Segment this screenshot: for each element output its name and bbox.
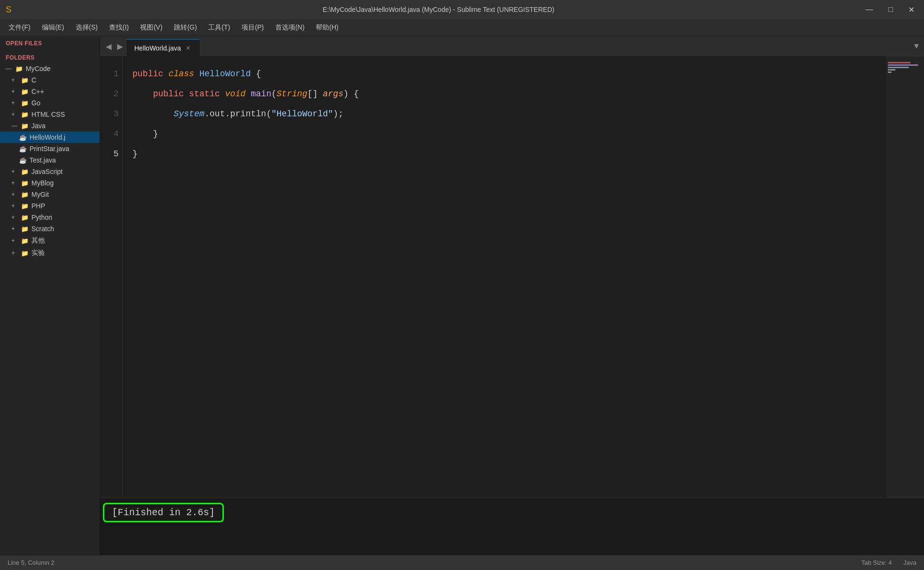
folder-icon: 📁 (21, 77, 29, 84)
expand-icon: + (11, 77, 18, 83)
collapse-icon: — (6, 65, 12, 72)
menu-item-选择S[interactable]: 选择(S) (71, 21, 103, 34)
expand-icon: + (11, 88, 18, 95)
folder-label: Scratch (31, 225, 54, 233)
folder-label: MyGit (31, 191, 49, 198)
folder-label: C++ (31, 88, 44, 95)
maximize-button[interactable]: □ (884, 3, 897, 16)
tab-nav-forward[interactable]: ▶ (115, 41, 125, 52)
expand-icon: + (11, 214, 18, 221)
sidebar-item-experiment[interactable]: + 📁 实验 (0, 247, 100, 259)
status-left: Line 5, Column 2 (8, 559, 54, 566)
tabs-container: HelloWorld.java ✕ (127, 39, 200, 56)
menu-item-文件F[interactable]: 文件(F) (4, 21, 35, 34)
expand-icon: + (11, 250, 18, 256)
menu-item-编辑E[interactable]: 编辑(E) (37, 21, 69, 34)
menu-item-查找I[interactable]: 查找(I) (104, 21, 133, 34)
folder-icon: 📁 (21, 168, 29, 175)
sidebar-item-python[interactable]: + 📁 Python (0, 212, 100, 223)
code-line-3: System.out.println("HelloWorld"); (132, 104, 876, 124)
expand-icon: + (11, 203, 18, 209)
open-files-header: OPEN FILES (0, 36, 100, 49)
minimize-button[interactable]: — (862, 3, 877, 16)
sidebar-item-cpp[interactable]: + 📁 C++ (0, 86, 100, 97)
line-number-4: 4 (104, 124, 119, 144)
folder-icon: 📁 (21, 214, 29, 221)
sidebar-item-javascript[interactable]: + 📁 JavaScript (0, 166, 100, 177)
menu-item-跳转G[interactable]: 跳转(G) (169, 21, 201, 34)
code-line-5: } (132, 144, 876, 164)
tab-close-button[interactable]: ✕ (185, 45, 191, 51)
folder-label: 其他 (31, 236, 45, 245)
minimap (886, 56, 924, 498)
code-editor[interactable]: 1 2 3 4 5 public class HelloWorld { publ… (100, 56, 924, 498)
tab-navigation: ◀ ▶ (104, 41, 125, 52)
menu-item-首选项N[interactable]: 首选项(N) (271, 21, 309, 34)
expand-icon: + (11, 237, 18, 244)
folder-icon: 📁 (21, 100, 29, 107)
expand-icon: + (11, 100, 18, 106)
sidebar-item-mygit[interactable]: + 📁 MyGit (0, 189, 100, 200)
folder-icon: 📁 (21, 250, 29, 257)
line-number-2: 2 (104, 84, 119, 104)
window-controls: — □ ✕ (862, 3, 918, 16)
folder-icon: 📁 (21, 111, 29, 118)
file-label: PrintStar.java (30, 145, 69, 153)
sidebar-item-java[interactable]: — 📁 Java (0, 120, 100, 132)
folder-icon: 📁 (21, 180, 29, 187)
collapse-icon: — (11, 122, 18, 129)
sidebar-item-go[interactable]: + 📁 Go (0, 97, 100, 109)
tab-label: HelloWorld.java (134, 44, 181, 52)
menu-item-帮助H[interactable]: 帮助(H) (311, 21, 343, 34)
sidebar-item-myblog[interactable]: + 📁 MyBlog (0, 177, 100, 189)
sidebar-item-helloworld[interactable]: ☕ HelloWorld.j (0, 132, 100, 143)
tab-dropdown-button[interactable]: ▼ (913, 42, 920, 51)
folder-label: MyCode (26, 65, 50, 72)
expand-icon: + (11, 180, 18, 186)
sidebar-item-htmlcss[interactable]: + 📁 HTML CSS (0, 109, 100, 120)
menu-bar: 文件(F)编辑(E)选择(S)查找(I)视图(V)跳转(G)工具(T)项目(P)… (0, 19, 924, 36)
file-label: Test.java (30, 156, 56, 164)
sidebar-item-c[interactable]: + 📁 C (0, 74, 100, 86)
folder-icon: 📁 (21, 88, 29, 95)
menu-item-工具T[interactable]: 工具(T) (203, 21, 235, 34)
tab-helloworld[interactable]: HelloWorld.java ✕ (127, 39, 200, 56)
output-text: [Finished in 2.6s] (112, 507, 215, 518)
code-content[interactable]: public class HelloWorld { public static … (123, 56, 886, 498)
editor-area: ◀ ▶ HelloWorld.java ✕ ▼ 1 2 3 4 5 (100, 36, 924, 555)
code-line-1: public class HelloWorld { (132, 64, 876, 84)
output-panel: [Finished in 2.6s] (100, 498, 924, 555)
sidebar-item-scratch[interactable]: + 📁 Scratch (0, 223, 100, 234)
folder-icon: 📁 (21, 225, 29, 233)
title-bar: S E:\MyCode\Java\HelloWorld.java (MyCode… (0, 0, 924, 19)
window-title: E:\MyCode\Java\HelloWorld.java (MyCode) … (322, 6, 554, 13)
code-line-2: public static void main(String[] args) { (132, 84, 876, 104)
sidebar-item-mycode[interactable]: — 📁 MyCode (0, 63, 100, 74)
sidebar-item-printstar[interactable]: ☕ PrintStar.java (0, 143, 100, 154)
folder-icon: 📁 (21, 237, 29, 244)
line-number-1: 1 (104, 64, 119, 84)
folder-label: Python (31, 214, 52, 221)
menu-item-项目P[interactable]: 项目(P) (237, 21, 269, 34)
folder-label: PHP (31, 202, 45, 210)
tab-bar: ◀ ▶ HelloWorld.java ✕ ▼ (100, 36, 924, 56)
folders-header: FOLDERS (0, 51, 100, 63)
folder-icon: 📁 (15, 65, 23, 72)
app-icon: S (6, 5, 11, 15)
sidebar-item-php[interactable]: + 📁 PHP (0, 200, 100, 212)
sidebar-item-other[interactable]: + 📁 其他 (0, 234, 100, 247)
sidebar-item-test[interactable]: ☕ Test.java (0, 154, 100, 166)
expand-icon: + (11, 225, 18, 232)
expand-icon: + (11, 168, 18, 175)
menu-item-视图V[interactable]: 视图(V) (135, 21, 167, 34)
close-button[interactable]: ✕ (904, 3, 918, 16)
status-bar: Line 5, Column 2 Tab Size: 4 Java (0, 555, 924, 570)
folder-label: 实验 (31, 249, 45, 257)
folder-label: MyBlog (31, 179, 54, 187)
tab-nav-back[interactable]: ◀ (104, 41, 113, 52)
output-highlight-box: [Finished in 2.6s] (103, 503, 224, 522)
file-label: HelloWorld.j (30, 133, 65, 141)
cursor-position: Line 5, Column 2 (8, 559, 54, 566)
status-right: Tab Size: 4 Java (861, 559, 916, 566)
expand-icon: + (11, 111, 18, 118)
